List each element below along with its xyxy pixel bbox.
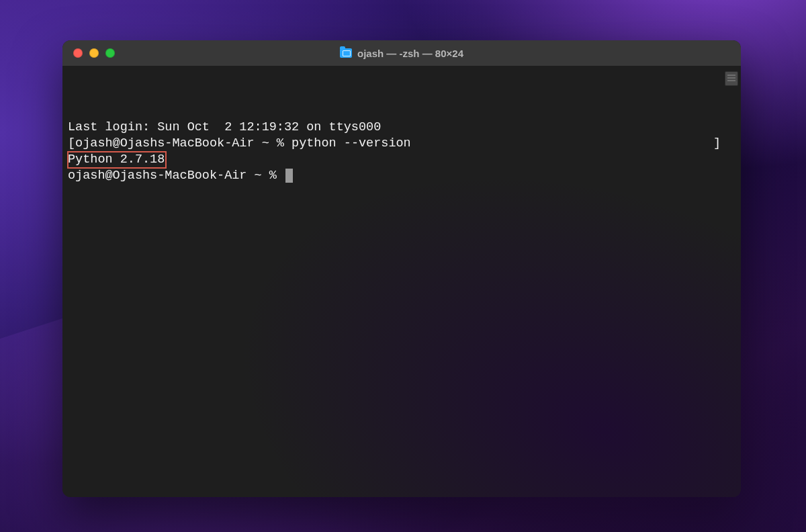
window-title-container: ojash — -zsh — 80×24	[62, 48, 741, 59]
left-bracket: [	[68, 136, 75, 150]
last-login-line: Last login: Sun Oct 2 12:19:32 on ttys00…	[68, 120, 734, 136]
cursor-block	[285, 169, 293, 183]
zoom-button[interactable]	[105, 48, 115, 58]
titlebar[interactable]: ojash — -zsh — 80×24	[62, 40, 741, 66]
minimize-button[interactable]	[89, 48, 99, 58]
prompt-line-2: ojash@Ojashs-MacBook-Air ~ %	[68, 168, 734, 184]
window-title: ojash — -zsh — 80×24	[357, 48, 463, 59]
output-line-1: Python 2.7.18	[68, 152, 734, 168]
prompt-1: ojash@Ojashs-MacBook-Air ~ %	[75, 136, 292, 150]
close-button[interactable]	[73, 48, 83, 58]
traffic-lights	[62, 48, 115, 58]
home-folder-icon	[340, 48, 352, 58]
command-1: python --version	[292, 136, 411, 150]
prompt-2: ojash@Ojashs-MacBook-Air ~ %	[68, 169, 284, 183]
terminal-body[interactable]: Last login: Sun Oct 2 12:19:32 on ttys00…	[62, 66, 741, 497]
python-version-highlight: Python 2.7.18	[68, 152, 166, 168]
desktop-wallpaper: ojash — -zsh — 80×24 Last login: Sun Oct…	[0, 0, 806, 532]
right-bracket: ]	[713, 136, 721, 152]
scroll-indicator-icon	[725, 71, 738, 86]
terminal-window[interactable]: ojash — -zsh — 80×24 Last login: Sun Oct…	[62, 40, 741, 497]
prompt-line-1: [ojash@Ojashs-MacBook-Air ~ % python --v…	[68, 136, 734, 152]
